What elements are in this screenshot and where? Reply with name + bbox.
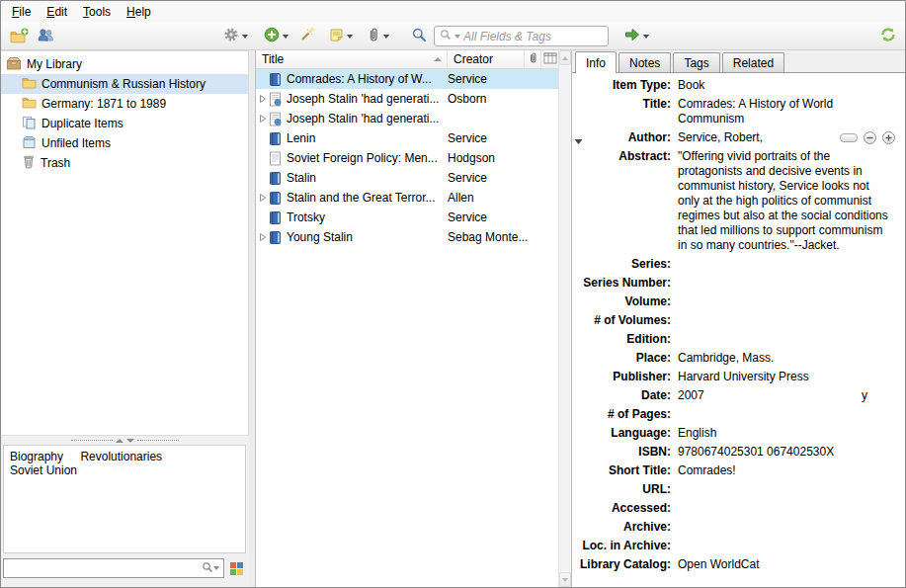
field-label: Title: <box>572 97 678 126</box>
add-attachment-button[interactable] <box>364 25 392 47</box>
field-value[interactable] <box>678 294 901 309</box>
tag-search-box[interactable] <box>3 558 224 578</box>
tag-item[interactable]: Soviet Union <box>10 463 77 477</box>
collapse-authors-icon[interactable] <box>574 134 583 149</box>
field-value[interactable]: 2007 y <box>678 388 901 403</box>
new-group-button[interactable] <box>35 25 57 47</box>
tab-tags[interactable]: Tags <box>673 52 719 72</box>
field-row: ISBN: 9780674025301 067402530X <box>572 445 901 460</box>
quick-search-input[interactable] <box>463 30 617 43</box>
item-row[interactable]: Young Stalin Sebag Monte... <box>256 227 558 247</box>
field-value[interactable]: Service, Robert, <box>678 130 901 145</box>
field-row: Abstract: "Offering vivid portraits of t… <box>572 149 901 253</box>
collection-duplicate-items[interactable]: Duplicate Items <box>1 114 248 133</box>
expand-icon[interactable] <box>256 232 269 242</box>
sync-button[interactable] <box>876 25 900 47</box>
field-value[interactable]: "Offering vivid portraits of the protago… <box>678 149 901 253</box>
field-row: Place: Cambridge, Mass. <box>572 351 901 366</box>
item-row[interactable]: Joseph Stalin 'had generati... Osborn <box>256 89 558 109</box>
author-name[interactable]: Service, Robert, <box>678 130 763 145</box>
add-by-identifier-button[interactable] <box>296 25 318 47</box>
column-title-label: Title <box>262 52 284 66</box>
item-creator: Allen <box>448 191 546 205</box>
field-row: Series Number: <box>572 276 901 291</box>
field-value[interactable] <box>678 482 901 497</box>
add-author-button[interactable] <box>882 131 895 144</box>
new-item-button[interactable] <box>261 25 291 47</box>
tag-list: Biography Revolutionaries Soviet Union <box>3 445 246 553</box>
column-header-attachment[interactable] <box>525 50 541 68</box>
remove-author-button[interactable] <box>864 131 876 144</box>
field-value[interactable] <box>678 539 901 553</box>
tab-related[interactable]: Related <box>722 52 784 72</box>
tab-info[interactable]: Info <box>575 51 617 73</box>
scrollbar-track[interactable] <box>559 65 571 572</box>
items-scrollbar[interactable] <box>558 50 571 587</box>
field-value[interactable] <box>678 257 901 272</box>
new-note-button[interactable] <box>326 25 356 47</box>
splitter-grippy <box>137 440 179 441</box>
quick-search-box[interactable] <box>434 26 609 46</box>
field-label: URL: <box>572 482 678 497</box>
item-row[interactable]: Stalin and the Great Terror... Allen <box>256 188 558 208</box>
field-value[interactable] <box>678 501 901 516</box>
item-row[interactable]: Trotsky Service <box>256 208 558 227</box>
item-row[interactable]: Joseph Stalin 'had generati... <box>256 109 558 128</box>
item-creator: Sebag Monte... <box>448 230 546 244</box>
collection-unfiled-items[interactable]: Unfiled Items <box>1 133 248 153</box>
field-row: Language: English <box>572 426 901 441</box>
tag-selector-splitter[interactable] <box>1 436 249 445</box>
collection-my-library[interactable]: My Library <box>1 54 248 74</box>
collection-germany-1871-1989[interactable]: Germany: 1871 to 1989 <box>1 94 248 114</box>
column-header-title[interactable]: Title <box>256 50 448 68</box>
field-value[interactable]: Book <box>678 78 901 93</box>
date-value[interactable]: 2007 <box>678 388 704 403</box>
tag-search-input[interactable] <box>8 561 202 575</box>
item-row[interactable]: Comrades: A History of W... Service <box>256 69 558 89</box>
tab-notes[interactable]: Notes <box>618 52 671 72</box>
expand-icon[interactable] <box>256 114 269 124</box>
column-header-creator[interactable]: Creator <box>448 50 525 68</box>
item-row[interactable]: Soviet Foreign Policy: Men... Hodgson <box>256 148 558 168</box>
expand-icon[interactable] <box>256 193 269 203</box>
new-collection-button[interactable] <box>7 25 29 47</box>
expand-icon[interactable] <box>256 94 269 104</box>
advanced-search-button[interactable] <box>408 25 430 47</box>
collection-label: Communism & Russian History <box>41 77 206 91</box>
switch-field-mode-button[interactable] <box>840 133 858 142</box>
sort-ascending-icon <box>434 57 442 61</box>
locate-button[interactable] <box>621 25 652 47</box>
field-value[interactable]: Harvard University Press <box>678 370 901 384</box>
tag-item[interactable]: Revolutionaries <box>80 450 162 463</box>
column-picker-button[interactable] <box>541 50 558 68</box>
menu-tools[interactable]: Tools <box>75 2 119 22</box>
field-value[interactable] <box>678 313 901 328</box>
tag-colors-button[interactable] <box>228 560 245 577</box>
field-value[interactable] <box>678 332 901 347</box>
tag-item[interactable]: Biography <box>10 450 63 463</box>
field-value[interactable] <box>678 276 901 291</box>
collection-communism-russian-history[interactable]: Communism & Russian History <box>1 74 248 94</box>
field-value[interactable]: Comrades: A History of World Communism <box>678 97 901 126</box>
scroll-down-button[interactable] <box>559 572 571 587</box>
menu-help[interactable]: Help <box>119 2 159 22</box>
item-row[interactable]: Stalin Service <box>256 168 558 188</box>
field-value[interactable]: Comrades! <box>678 463 901 478</box>
field-value[interactable]: Cambridge, Mass. <box>678 351 901 366</box>
field-value[interactable] <box>678 407 901 422</box>
actions-menu-button[interactable] <box>220 25 251 47</box>
collection-trash[interactable]: Trash <box>1 153 248 173</box>
field-value[interactable]: English <box>678 426 901 441</box>
chevron-down-icon <box>213 566 219 570</box>
scroll-up-button[interactable] <box>559 50 571 65</box>
field-value[interactable]: Open WorldCat <box>678 557 901 572</box>
item-row[interactable]: Lenin Service <box>256 128 558 148</box>
menu-file[interactable]: File <box>4 2 39 22</box>
field-row: Short Title: Comrades! <box>572 463 901 478</box>
menu-edit[interactable]: Edit <box>39 2 75 22</box>
field-value[interactable] <box>678 520 901 535</box>
arrow-up-icon <box>562 56 568 60</box>
field-label: Accessed: <box>572 501 678 516</box>
note-icon <box>329 28 344 45</box>
field-value[interactable]: 9780674025301 067402530X <box>678 445 901 460</box>
